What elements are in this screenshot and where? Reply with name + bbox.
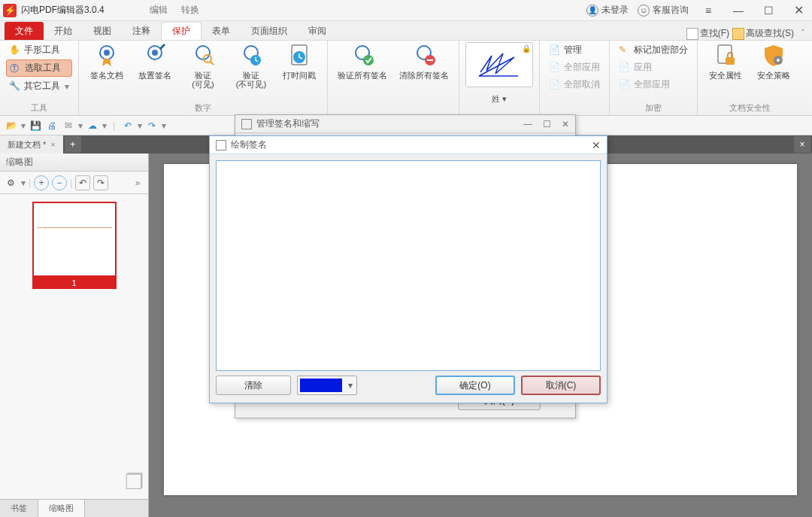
signature-canvas[interactable] — [216, 160, 601, 371]
seal-check-icon — [350, 44, 374, 68]
cancel-button[interactable]: 取消(C) — [521, 376, 601, 395]
open-icon[interactable]: 📂 — [5, 119, 18, 132]
support-link[interactable]: ☺ 客服咨询 — [638, 4, 689, 17]
svg-line-6 — [211, 62, 214, 65]
tab-annotate[interactable]: 注释 — [122, 22, 161, 40]
dlg-close-icon[interactable]: ✕ — [562, 119, 569, 129]
zoom-in-icon[interactable]: + — [34, 175, 49, 190]
print-icon[interactable]: 🖨 — [45, 119, 59, 132]
place-signature-button[interactable]: 放置签名 — [133, 42, 177, 81]
seal-pen-icon — [143, 44, 167, 68]
security-policy-button[interactable]: 安全策略 — [752, 42, 795, 81]
sign-document-button[interactable]: 签名文档 — [85, 42, 129, 81]
dialog-title: 管理签名和缩写 — [256, 117, 320, 130]
find-button[interactable]: 查找(F) — [686, 27, 729, 40]
seal-ribbon-icon — [95, 44, 119, 68]
bookmark-tab[interactable]: 书签 — [0, 500, 38, 517]
ok-button[interactable]: 确定(O) — [435, 376, 515, 395]
smile-icon: ☺ — [638, 5, 650, 17]
apply-all-button[interactable]: 📄全部应用 — [546, 59, 603, 75]
advanced-find-button[interactable]: 高级查找(S) — [732, 27, 794, 40]
minimize-button[interactable]: — — [728, 2, 749, 19]
verify-all-button[interactable]: 验证所有签名 — [334, 42, 391, 81]
apply-all2-button[interactable]: 📄全部应用 — [616, 77, 691, 93]
mark-encrypt-button[interactable]: ✎标记加密部分 — [616, 42, 691, 58]
tab-start[interactable]: 开始 — [44, 22, 83, 40]
dlg-minimize-icon[interactable]: — — [523, 119, 532, 129]
clear-button[interactable]: 清除 — [216, 376, 291, 395]
dlg-maximize-icon[interactable]: ☐ — [543, 119, 551, 129]
group-tools-caption: 工具 — [6, 101, 72, 115]
gear-icon[interactable]: ⚙ — [3, 175, 18, 190]
page-number: 1 — [32, 277, 117, 289]
zoom-out-icon[interactable]: − — [52, 175, 67, 190]
sec-policy-label: 安全策略 — [757, 71, 790, 80]
mode-convert[interactable]: 转换 — [181, 4, 199, 17]
tab-file[interactable]: 文件 — [5, 22, 44, 40]
mail-icon[interactable]: ✉ — [62, 119, 75, 132]
document-icon — [686, 28, 698, 40]
redo-icon[interactable]: ↷ — [145, 119, 159, 132]
timestamp-button[interactable]: 打时间戳 — [277, 42, 321, 81]
sign-doc-label: 签名文档 — [90, 71, 123, 80]
verify-visible-button[interactable]: 验证 (可见) — [181, 42, 225, 90]
doctab-label: 新建文档 * — [8, 139, 46, 151]
signature-preview[interactable]: 🔒 — [465, 42, 533, 87]
dialog-icon — [241, 119, 252, 129]
security-attr-button[interactable]: 安全属性 — [704, 42, 747, 81]
thumbnail-tab[interactable]: 缩略图 — [38, 500, 85, 517]
cloud-icon[interactable]: ☁ — [86, 119, 99, 132]
save-icon[interactable]: 💾 — [29, 119, 42, 132]
dialog-close-icon[interactable]: ✕ — [592, 139, 601, 151]
lock-icon: 🔒 — [522, 44, 531, 53]
rotate-right-icon[interactable]: ↷ — [93, 175, 108, 190]
undo-icon[interactable]: ↶ — [121, 119, 135, 132]
hamburger-icon[interactable]: ≡ — [698, 2, 719, 19]
verify-invisible-button[interactable]: 验证 (不可见) — [229, 42, 273, 90]
add-tab-button[interactable]: + — [65, 136, 81, 153]
verify-label: 验证 (可见) — [192, 71, 214, 89]
panel-bottom-tabs: 书签 缩略图 — [0, 499, 148, 517]
hand-tool[interactable]: ✋手形工具 — [6, 42, 72, 58]
tab-review[interactable]: 审阅 — [298, 22, 337, 40]
doc-lock-icon — [714, 44, 738, 68]
login-status[interactable]: 👤 未登录 — [586, 4, 629, 17]
group-security: 安全属性 安全策略 文档安全性 — [698, 41, 801, 115]
rotate-left-icon[interactable]: ↶ — [75, 175, 90, 190]
svg-rect-17 — [726, 57, 735, 65]
group-signature: 签名文档 放置签名 验证 (可见) 验证 (不可见) 打时间戳 数字 — [79, 41, 328, 115]
close-tab-icon[interactable]: × — [50, 140, 55, 149]
ribbon: ✋手形工具 Ⓣ选取工具 🔧其它工具▾ 工具 签名文档 放置签名 验证 (可见) … — [0, 41, 812, 116]
group-sig-preview: 🔒 姓 ▾ — [459, 41, 540, 115]
mode-edit[interactable]: 编辑 — [150, 4, 168, 17]
color-picker[interactable]: ▾ — [297, 376, 357, 395]
manage-button[interactable]: 📄管理 — [546, 42, 603, 58]
clear-all-button[interactable]: 清除所有签名 — [395, 42, 453, 81]
folder-icon — [732, 28, 744, 40]
collapse-ribbon-icon[interactable]: ˆ — [801, 29, 804, 39]
verify2-label: 验证 (不可见) — [236, 71, 266, 89]
tab-page[interactable]: 页面组织 — [241, 22, 298, 40]
document-tab[interactable]: 新建文档 *× — [0, 135, 63, 154]
doc-x-icon: 📄 — [549, 79, 561, 91]
support-label: 客服咨询 — [653, 4, 689, 17]
more-icon[interactable]: » — [130, 175, 145, 190]
cancel-all-button[interactable]: 📄全部取消 — [546, 77, 603, 93]
thumbnail-list: 1 — [0, 194, 148, 461]
tab-view[interactable]: 视图 — [83, 22, 122, 40]
apply-button[interactable]: 📄应用 — [616, 59, 691, 75]
close-all-tabs-button[interactable]: × — [794, 136, 810, 153]
other-label: 其它工具 — [24, 80, 60, 93]
close-button[interactable]: ✕ — [788, 2, 809, 19]
other-tools[interactable]: 🔧其它工具▾ — [6, 78, 72, 94]
doc-gear-icon: 📄 — [549, 44, 561, 56]
sig-preview-dropdown[interactable]: 姓 ▾ — [492, 93, 507, 105]
select-tool[interactable]: Ⓣ选取工具 — [6, 59, 72, 77]
tab-protect[interactable]: 保护 — [161, 22, 201, 40]
maximize-button[interactable]: ☐ — [758, 2, 779, 19]
verifyall-label: 验证所有签名 — [338, 71, 387, 80]
page-thumbnail[interactable]: 1 — [32, 202, 117, 289]
seal-minus-icon — [412, 44, 436, 68]
thumbnail-panel: 缩略图 ⚙▾ | + − | ↶ ↷ » 1 ❐ 书签 — [0, 154, 149, 517]
tab-form[interactable]: 表单 — [201, 22, 241, 40]
